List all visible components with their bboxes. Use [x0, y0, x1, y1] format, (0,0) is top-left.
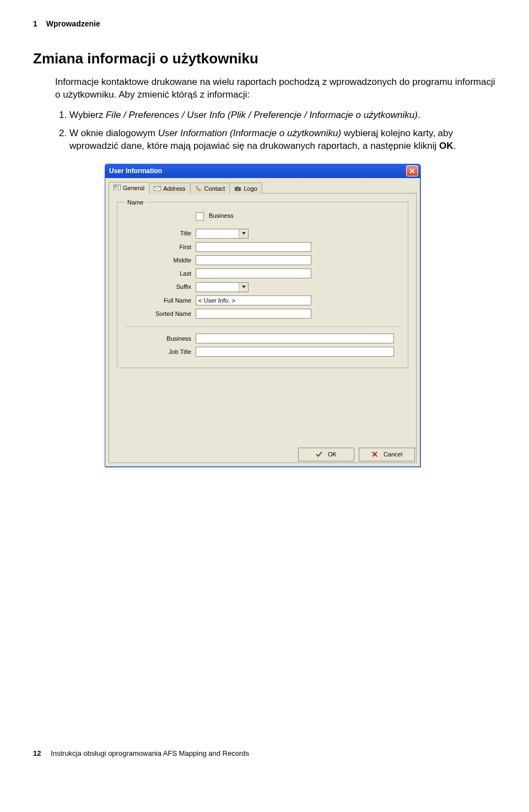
jobtitle-input[interactable] — [196, 347, 394, 357]
business-label: Business — [125, 335, 196, 342]
suffix-combo[interactable] — [196, 282, 249, 292]
step-item: Wybierz File / Preferences / User Info (… — [69, 109, 496, 122]
separator — [125, 326, 400, 327]
user-information-dialog: User Information General — [105, 164, 420, 467]
close-button[interactable] — [406, 165, 418, 176]
step-item: W oknie dialogowym User Information (Inf… — [69, 127, 496, 153]
step-ok: OK — [439, 141, 454, 151]
middle-label: Middle — [125, 257, 196, 264]
suffix-label: Suffix — [125, 283, 196, 290]
phone-icon — [195, 186, 202, 192]
last-input[interactable] — [196, 268, 311, 278]
tab-contact[interactable]: Contact — [190, 182, 230, 194]
page-number: 12 — [33, 749, 41, 757]
running-header: 1 Wprowadzenie — [33, 19, 496, 28]
tab-label: General — [123, 185, 144, 191]
svg-point-9 — [237, 189, 239, 190]
sortedname-label: Sorted Name — [125, 310, 196, 317]
ok-button-label: OK — [328, 451, 337, 458]
fullname-input[interactable] — [196, 295, 311, 305]
chapter-title: Wprowadzenie — [46, 19, 100, 28]
jobtitle-label: Job Title — [125, 348, 196, 355]
svg-rect-1 — [115, 186, 117, 187]
first-label: First — [125, 244, 196, 250]
step-text-end: . — [418, 110, 420, 120]
step-menu-path: File / Preferences / User Info (Plik / P… — [106, 110, 418, 120]
section-title: Zmiana informacji o użytkowniku — [33, 50, 496, 67]
cancel-button[interactable]: Cancel — [359, 448, 415, 461]
business-checkbox-label: Business — [209, 212, 234, 219]
svg-rect-7 — [236, 186, 239, 187]
chevron-down-icon — [239, 229, 248, 238]
middle-input[interactable] — [196, 255, 311, 265]
group-legend: Name — [125, 199, 145, 206]
chevron-down-icon — [239, 283, 248, 292]
cancel-icon — [371, 451, 378, 458]
check-icon — [316, 451, 322, 458]
tab-panel-general: Name Business Title — [109, 193, 417, 463]
tab-label: Contact — [204, 185, 225, 192]
camera-icon — [234, 186, 241, 192]
step-dialog-name: User Information (Informacje o użytkowni… — [158, 128, 342, 138]
dialog-title: User Information — [109, 167, 162, 175]
fullname-label: Full Name — [125, 297, 196, 304]
ok-button[interactable]: OK — [298, 448, 354, 461]
tab-label: Address — [163, 185, 185, 192]
section-intro: Informacje kontaktowe drukowane na wielu… — [55, 76, 496, 101]
title-label: Title — [125, 230, 196, 236]
step-text-end: . — [453, 141, 456, 151]
chapter-number: 1 — [33, 19, 37, 28]
first-input[interactable] — [196, 242, 311, 252]
business-input[interactable] — [196, 334, 394, 343]
card-icon — [114, 185, 121, 191]
cancel-button-label: Cancel — [384, 451, 402, 458]
tabs: General Address Contact — [109, 181, 417, 193]
business-checkbox[interactable] — [196, 212, 204, 221]
tab-general[interactable]: General — [109, 182, 149, 193]
last-label: Last — [125, 270, 196, 277]
step-text: W oknie dialogowym — [69, 128, 158, 138]
titlebar[interactable]: User Information — [105, 164, 420, 178]
button-row: OK Cancel — [298, 448, 415, 461]
tab-address[interactable]: Address — [149, 182, 190, 194]
title-combo[interactable] — [196, 229, 249, 239]
tab-logo[interactable]: Logo — [229, 182, 262, 194]
sortedname-input[interactable] — [196, 309, 311, 319]
envelope-icon — [154, 186, 161, 192]
tab-label: Logo — [244, 185, 257, 192]
close-icon — [409, 168, 415, 174]
step-text: Wybierz — [69, 110, 106, 120]
name-group: Name Business Title — [117, 199, 408, 368]
doc-title: Instrukcja obsługi oprogramowania AFS Ma… — [51, 749, 249, 757]
page-footer: 12 Instrukcja obsługi oprogramowania AFS… — [33, 749, 249, 757]
steps-list: Wybierz File / Preferences / User Info (… — [55, 109, 496, 153]
